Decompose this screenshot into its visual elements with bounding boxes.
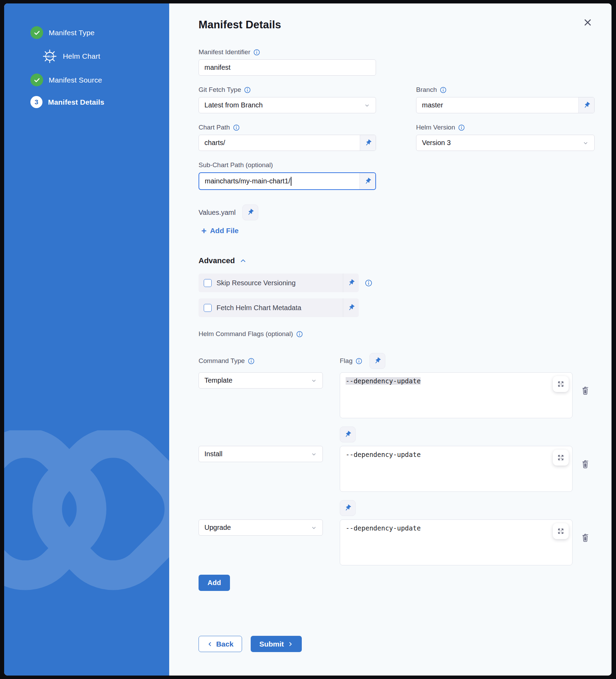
delete-icon[interactable] — [581, 385, 590, 396]
check-icon — [30, 74, 43, 86]
branch-input[interactable]: master — [416, 97, 578, 113]
helm-version-label: Helm Version — [416, 124, 595, 131]
check-icon — [30, 26, 43, 39]
branch-input-group: master — [416, 97, 595, 113]
step-label: Manifest Source — [49, 76, 102, 84]
command-type-label: Command Type — [199, 357, 323, 369]
page-title: Manifest Details — [199, 19, 595, 31]
submit-button[interactable]: Submit — [251, 636, 302, 652]
chevron-right-icon — [288, 641, 293, 647]
sidebar-item-manifest-type[interactable]: Manifest Type — [30, 26, 169, 39]
chart-path-label: Chart Path — [199, 124, 376, 131]
info-icon[interactable] — [253, 49, 260, 56]
pin-icon[interactable] — [343, 298, 359, 317]
chevron-down-icon — [311, 525, 317, 531]
pin-icon[interactable] — [340, 427, 356, 442]
step-label: Helm Chart — [63, 52, 100, 60]
chevron-left-icon — [207, 641, 213, 647]
command-type-select[interactable]: Upgrade — [199, 519, 323, 536]
sub-chart-path-label: Sub-Chart Path (optional) — [199, 161, 595, 169]
modal-overlay: Manifest Type — [0, 0, 616, 679]
text-cursor — [291, 177, 291, 186]
info-icon[interactable] — [244, 87, 251, 93]
add-file-button[interactable]: + Add File — [201, 227, 595, 235]
chevron-down-icon — [364, 102, 370, 108]
back-button[interactable]: Back — [199, 636, 242, 652]
brand-watermark-logo — [4, 430, 169, 651]
selected-flag-text: --dependency-update — [346, 377, 421, 385]
chevron-down-icon — [311, 377, 317, 384]
flag-row-upgrade: Upgrade --dependency-update — [199, 519, 595, 565]
close-icon[interactable] — [582, 17, 594, 28]
flag-textarea[interactable]: --dependency-update — [340, 519, 572, 565]
sidebar-item-manifest-source[interactable]: Manifest Source — [30, 74, 169, 86]
wizard-sidebar: Manifest Type — [4, 3, 169, 676]
sidebar-item-manifest-details[interactable]: 3 Manifest Details — [30, 96, 169, 108]
git-fetch-type-select[interactable]: Latest from Branch — [199, 97, 376, 113]
manifest-identifier-label: Manifest Identifier — [199, 48, 595, 56]
helm-command-flags-label: Helm Command Flags (optional) — [199, 330, 595, 338]
info-icon[interactable] — [233, 124, 240, 131]
chevron-up-icon — [240, 257, 247, 264]
fetch-helm-chart-metadata-checkbox[interactable] — [204, 304, 212, 312]
chart-path-input[interactable]: charts/ — [199, 135, 360, 151]
fetch-helm-chart-metadata-row: Fetch Helm Chart Metadata — [199, 298, 359, 317]
step-label: Manifest Type — [49, 29, 95, 37]
sub-chart-path-input[interactable]: maincharts/my-main-chart1/ — [199, 173, 359, 189]
pin-icon[interactable] — [343, 274, 359, 292]
branch-label: Branch — [416, 86, 595, 94]
command-type-select[interactable]: Template — [199, 372, 323, 389]
flag-textarea[interactable]: --dependency-update — [340, 446, 572, 492]
pin-icon[interactable] — [578, 97, 594, 113]
manifest-wizard-modal: Manifest Type — [4, 3, 612, 676]
delete-icon[interactable] — [581, 533, 590, 544]
flag-row-install: Install --dependency-update — [199, 446, 595, 492]
helm-icon: HELM — [42, 49, 57, 64]
svg-text:HELM: HELM — [46, 55, 54, 58]
info-icon[interactable] — [356, 358, 362, 364]
info-icon[interactable] — [440, 87, 446, 93]
flag-row-template: Template --dependency-update — [199, 372, 595, 418]
info-icon[interactable] — [296, 331, 303, 337]
info-icon[interactable] — [458, 124, 465, 131]
advanced-section-toggle[interactable]: Advanced — [199, 256, 595, 265]
manifest-identifier-input[interactable]: manifest — [199, 59, 376, 76]
delete-icon[interactable] — [581, 459, 590, 470]
skip-resource-versioning-checkbox[interactable] — [204, 279, 212, 287]
pin-icon[interactable] — [340, 500, 356, 516]
plus-icon: + — [201, 227, 206, 234]
helm-version-select[interactable]: Version 3 — [416, 135, 595, 151]
command-type-select[interactable]: Install — [199, 446, 323, 462]
expand-icon[interactable] — [553, 376, 569, 392]
sub-chart-path-input-group: maincharts/my-main-chart1/ — [199, 172, 376, 190]
add-flag-button[interactable]: Add — [199, 575, 230, 591]
flag-textarea[interactable]: --dependency-update — [340, 372, 572, 418]
chevron-down-icon — [311, 451, 317, 457]
flag-label: Flag — [340, 353, 385, 369]
step-number-badge: 3 — [30, 96, 42, 108]
manifest-details-panel: Manifest Details Manifest Identifier man… — [169, 3, 612, 676]
sidebar-item-helm-chart[interactable]: HELM Helm Chart — [30, 49, 169, 64]
step-label: Manifest Details — [48, 98, 104, 106]
pin-icon[interactable] — [242, 204, 258, 220]
expand-icon[interactable] — [553, 450, 569, 466]
chevron-down-icon — [583, 140, 589, 146]
values-file-label: Values.yaml — [199, 209, 235, 217]
info-icon[interactable] — [365, 279, 372, 287]
chart-path-input-group: charts/ — [199, 135, 376, 151]
pin-icon[interactable] — [360, 135, 376, 151]
info-icon[interactable] — [248, 358, 254, 364]
pin-icon[interactable] — [359, 173, 375, 189]
skip-resource-versioning-row: Skip Resource Versioning — [199, 274, 359, 292]
git-fetch-type-label: Git Fetch Type — [199, 86, 376, 94]
pin-icon[interactable] — [369, 353, 385, 369]
expand-icon[interactable] — [553, 523, 569, 539]
